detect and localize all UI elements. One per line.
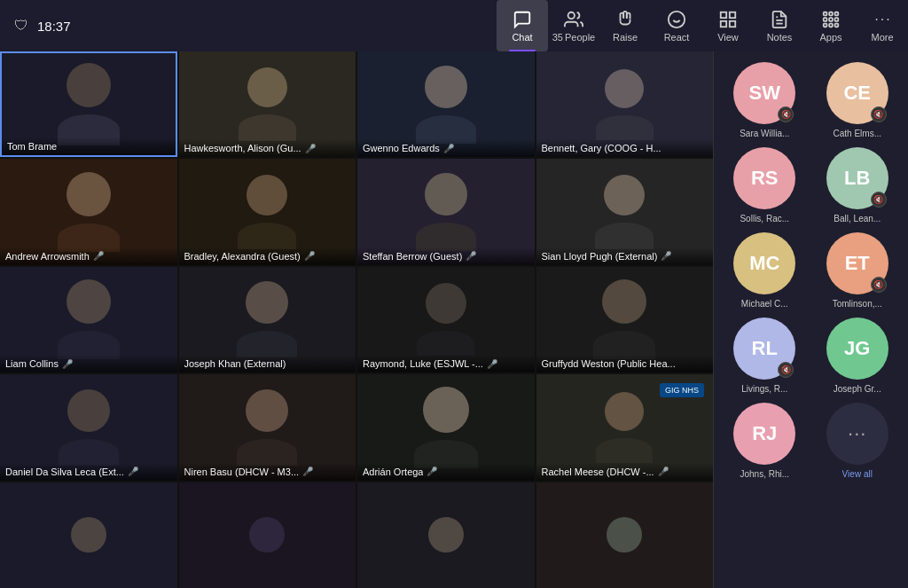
view-all-circle[interactable]: ··· bbox=[826, 403, 888, 465]
main-content: Tom Brame Hawkesworth, Alison (Gu... 🎤 G… bbox=[0, 51, 908, 588]
tile-overlay-1: Tom Brame bbox=[2, 137, 176, 155]
svg-rect-11 bbox=[829, 12, 833, 15]
avatar-et: ET 🔇 bbox=[826, 232, 888, 294]
video-tile-3[interactable]: Gwenno Edwards 🎤 bbox=[357, 51, 535, 157]
mic-icon-14: 🎤 bbox=[302, 466, 313, 476]
mic-icon-2: 🎤 bbox=[305, 144, 316, 153]
name-mc: Michael C... bbox=[741, 299, 788, 309]
video-tile-4[interactable]: Bennett, Gary (COOG - H... bbox=[536, 51, 714, 157]
mute-et: 🔇 bbox=[871, 277, 887, 293]
top-bar: 🛡 18:37 Chat 35 People bbox=[0, 0, 908, 51]
tile-overlay-8: Sian Lloyd Pugh (External) 🎤 bbox=[536, 247, 714, 265]
people-label-text: People bbox=[565, 32, 595, 43]
tile-overlay-10: Joseph Khan (External) bbox=[179, 355, 356, 372]
mic-icon-16: 🎤 bbox=[658, 466, 669, 476]
raise-icon bbox=[615, 10, 635, 29]
name-jg: Joseph Gr... bbox=[834, 384, 881, 394]
video-tile-18[interactable] bbox=[179, 482, 356, 588]
video-tile-7[interactable]: Steffan Berrow (Guest) 🎤 bbox=[357, 159, 535, 264]
chat-label: Chat bbox=[512, 32, 532, 43]
video-tile-12[interactable]: Gruffydd Weston (Public Hea... bbox=[536, 267, 714, 372]
nav-raise[interactable]: Raise bbox=[599, 0, 651, 51]
notes-icon bbox=[770, 10, 789, 29]
mic-icon-5: 🎤 bbox=[93, 251, 104, 261]
person-card-sw[interactable]: SW 🔇 Sara Willia... bbox=[723, 62, 807, 138]
people-grid: SW 🔇 Sara Willia... CE 🔇 Cath Elms... RS… bbox=[723, 62, 899, 479]
person-card-rl[interactable]: RL 🔇 Livings, R... bbox=[723, 318, 807, 394]
tile-name-5: Andrew Arrowsmith bbox=[5, 251, 90, 262]
nav-view[interactable]: View bbox=[702, 0, 754, 51]
name-viewall: View all bbox=[842, 469, 873, 479]
tile-overlay-16: Rachel Meese (DHCW -... 🎤 bbox=[536, 463, 714, 481]
raise-label: Raise bbox=[613, 32, 638, 43]
video-face-17 bbox=[0, 482, 177, 588]
name-rl: Livings, R... bbox=[741, 384, 787, 394]
video-tile-9[interactable]: Liam Collins 🎤 bbox=[0, 267, 177, 372]
video-tile-20[interactable] bbox=[536, 482, 714, 588]
svg-rect-17 bbox=[829, 23, 833, 27]
name-rs: Sollis, Rac... bbox=[740, 214, 789, 223]
video-tile-10[interactable]: Joseph Khan (External) bbox=[179, 267, 356, 372]
video-face-20 bbox=[536, 482, 714, 588]
people-label: 35 People bbox=[552, 32, 596, 43]
person-card-et[interactable]: ET 🔇 Tomlinson,... bbox=[816, 232, 900, 309]
name-ce: Cath Elms... bbox=[834, 129, 881, 138]
tile-overlay-3: Gwenno Edwards 🎤 bbox=[357, 139, 535, 157]
video-tile-8[interactable]: Sian Lloyd Pugh (External) 🎤 bbox=[536, 159, 714, 264]
video-tile-16[interactable]: GIG NHS Rachel Meese (DHCW -... 🎤 bbox=[536, 374, 714, 480]
sidebar-people-panel: SW 🔇 Sara Willia... CE 🔇 Cath Elms... RS… bbox=[713, 51, 908, 588]
nav-notes[interactable]: Notes bbox=[754, 0, 805, 51]
svg-point-1 bbox=[669, 11, 685, 27]
video-tile-1[interactable]: Tom Brame bbox=[0, 51, 177, 157]
nav-react[interactable]: React bbox=[651, 0, 702, 51]
tile-overlay-11: Raymond, Luke (ESJWL -... 🎤 bbox=[357, 355, 535, 372]
name-lb: Ball, Lean... bbox=[834, 214, 881, 223]
top-bar-right: Chat 35 People Raise bbox=[497, 0, 908, 51]
video-tile-11[interactable]: Raymond, Luke (ESJWL -... 🎤 bbox=[357, 267, 535, 372]
person-card-mc[interactable]: MC Michael C... bbox=[723, 232, 807, 309]
notes-label: Notes bbox=[767, 32, 793, 43]
video-tile-19[interactable] bbox=[357, 482, 535, 588]
mic-icon-6: 🎤 bbox=[304, 251, 315, 261]
top-bar-left: 🛡 18:37 bbox=[0, 18, 497, 34]
svg-rect-14 bbox=[829, 18, 833, 21]
view-icon bbox=[718, 10, 738, 29]
person-card-rj[interactable]: RJ Johns, Rhi... bbox=[723, 403, 807, 479]
svg-rect-5 bbox=[730, 12, 735, 17]
person-card-jg[interactable]: JG Joseph Gr... bbox=[816, 318, 900, 394]
svg-rect-13 bbox=[824, 18, 827, 21]
video-tile-17[interactable] bbox=[0, 482, 177, 588]
tile-name-6: Bradley, Alexandra (Guest) bbox=[184, 251, 301, 262]
time-display: 18:37 bbox=[37, 19, 71, 34]
video-tile-5[interactable]: Andrew Arrowsmith 🎤 bbox=[0, 159, 177, 264]
tile-name-2: Hawkesworth, Alison (Gu... bbox=[184, 143, 301, 153]
person-card-lb[interactable]: LB 🔇 Ball, Lean... bbox=[816, 147, 900, 223]
more-icon bbox=[873, 10, 892, 29]
svg-point-0 bbox=[568, 12, 575, 18]
svg-rect-7 bbox=[730, 20, 735, 26]
person-card-rs[interactable]: RS Sollis, Rac... bbox=[723, 147, 807, 223]
tile-overlay-4: Bennett, Gary (COOG - H... bbox=[536, 139, 714, 157]
nav-chat[interactable]: Chat bbox=[497, 0, 548, 51]
person-card-ce[interactable]: CE 🔇 Cath Elms... bbox=[816, 62, 900, 138]
video-tile-14[interactable]: Niren Basu (DHCW - M3... 🎤 bbox=[179, 374, 356, 480]
video-tile-6[interactable]: Bradley, Alexandra (Guest) 🎤 bbox=[179, 159, 356, 264]
active-indicator bbox=[509, 50, 536, 51]
video-tile-15[interactable]: Adrián Ortega 🎤 bbox=[357, 374, 535, 480]
tile-name-4: Bennett, Gary (COOG - H... bbox=[542, 143, 661, 153]
tile-name-14: Niren Basu (DHCW - M3... bbox=[184, 466, 300, 477]
nav-apps[interactable]: Apps bbox=[805, 0, 857, 51]
mute-ce: 🔇 bbox=[871, 106, 887, 122]
mute-lb: 🔇 bbox=[871, 192, 887, 208]
nav-people[interactable]: 35 People bbox=[548, 0, 599, 51]
svg-point-19 bbox=[876, 19, 878, 20]
name-rj: Johns, Rhi... bbox=[740, 469, 789, 479]
nav-more[interactable]: More bbox=[857, 0, 908, 51]
mic-icon-8: 🎤 bbox=[661, 251, 671, 261]
person-card-viewall[interactable]: ··· View all bbox=[816, 403, 900, 479]
tile-name-13: Daniel Da Silva Leca (Ext... bbox=[5, 466, 124, 477]
tile-name-3: Gwenno Edwards bbox=[363, 143, 440, 153]
video-tile-2[interactable]: Hawkesworth, Alison (Gu... 🎤 bbox=[179, 51, 356, 157]
mic-icon-3: 🎤 bbox=[443, 144, 454, 153]
video-tile-13[interactable]: Daniel Da Silva Leca (Ext... 🎤 bbox=[0, 374, 177, 480]
